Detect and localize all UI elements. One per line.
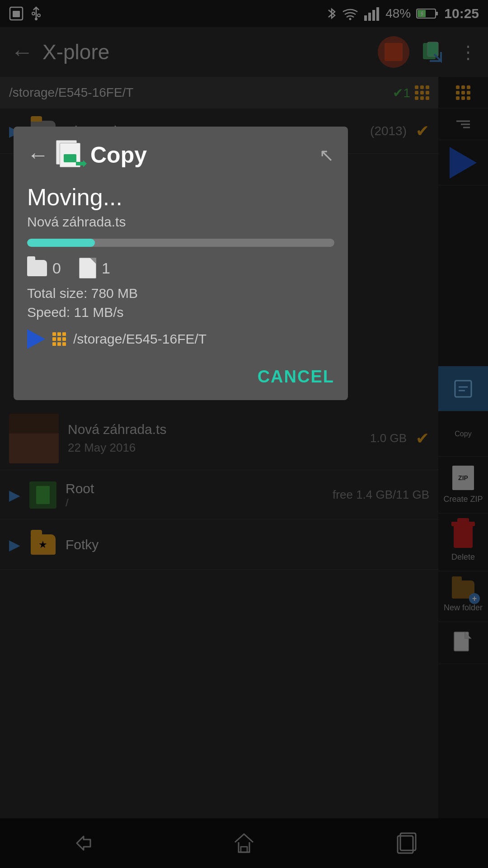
destination-dots-icon (52, 332, 66, 346)
dialog-collapse-button[interactable]: ↖ (319, 145, 334, 165)
file-stats-row: 0 1 (27, 258, 334, 278)
moving-filename: Nová záhrada.ts (27, 214, 334, 230)
copy-arrow-icon (76, 158, 87, 169)
speed-value: 11 MB/s (74, 305, 123, 320)
dialog-back-button[interactable]: ← (27, 144, 49, 166)
speed-label: Speed: (27, 305, 70, 320)
moving-status-text: Moving... (27, 184, 334, 211)
dialog-header: ← Copy ↖ (27, 140, 334, 170)
folder-count-icon (27, 260, 47, 276)
copy-title-icon (56, 140, 86, 170)
svg-marker-28 (76, 160, 87, 167)
file-count-icon (79, 258, 96, 278)
dialog-title: Copy (90, 142, 147, 168)
total-size-value: 780 MB (91, 286, 138, 301)
copy-dialog: ← Copy ↖ Moving... Nová záhrada.ts 0 (14, 127, 348, 400)
file-count-stat: 1 (79, 258, 110, 278)
modal-overlay: ← Copy ↖ Moving... Nová záhrada.ts 0 (0, 0, 488, 868)
speed-row: Speed: 11 MB/s (27, 305, 334, 320)
cancel-button-container: CANCEL (27, 363, 334, 387)
total-size-label: Total size: (27, 286, 87, 301)
progress-bar-container (27, 239, 334, 247)
file-count: 1 (102, 259, 110, 277)
destination-path: /storage/E545-16FE/T (73, 331, 206, 347)
destination-row: /storage/E545-16FE/T (27, 329, 334, 349)
folder-count-stat: 0 (27, 259, 61, 277)
progress-bar-fill (27, 239, 95, 247)
folder-count: 0 (52, 259, 61, 277)
destination-arrow-icon (27, 329, 45, 349)
total-size-row: Total size: 780 MB (27, 286, 334, 301)
cancel-button[interactable]: CANCEL (258, 367, 334, 387)
